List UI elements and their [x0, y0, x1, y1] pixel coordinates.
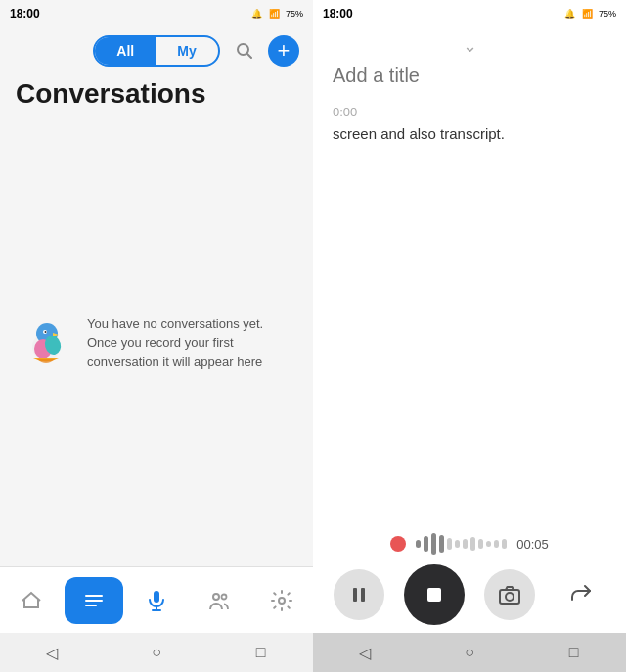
recents-button-right[interactable]: □: [555, 644, 594, 661]
svg-line-1: [247, 54, 252, 59]
status-icons-left: 🔔 📶 75%: [250, 9, 303, 19]
notification-icon: 🔔: [250, 9, 264, 19]
status-time-right: 18:00: [323, 7, 353, 21]
bird-icon: [20, 316, 73, 370]
svg-rect-20: [427, 588, 441, 602]
transcript-time: 0:00: [333, 105, 606, 119]
top-bar: All My +: [0, 27, 313, 74]
waveform-row: 00:05: [333, 533, 606, 555]
home-button-right[interactable]: ○: [450, 644, 489, 661]
nav-mic[interactable]: [127, 577, 186, 624]
bird-illustration: [20, 316, 73, 370]
people-icon: [207, 589, 231, 612]
stop-button[interactable]: [404, 564, 465, 625]
record-dot: [390, 536, 406, 552]
right-panel: 18:00 🔔 📶 75% ⌄ 0:00 screen and also tra…: [313, 0, 626, 672]
add-button[interactable]: +: [268, 35, 299, 67]
back-button-right[interactable]: ◁: [345, 644, 384, 662]
bottom-nav: [0, 566, 313, 633]
control-buttons: [334, 564, 605, 625]
empty-state-text: You have no conversations yet. Once you …: [87, 314, 293, 372]
home-icon: [20, 589, 43, 612]
home-button-left[interactable]: ○: [137, 644, 176, 661]
status-bar-right: 18:00 🔔 📶 75%: [313, 0, 626, 27]
camera-icon: [499, 585, 520, 605]
svg-point-17: [279, 598, 285, 604]
stop-icon: [423, 583, 446, 606]
svg-point-15: [213, 594, 219, 600]
empty-state: You have no conversations yet. Once you …: [0, 119, 313, 566]
battery-left: 75%: [286, 9, 303, 19]
tab-my[interactable]: My: [156, 37, 217, 65]
pause-icon: [348, 584, 370, 605]
share-button[interactable]: [555, 569, 605, 620]
tab-group: All My: [93, 35, 219, 67]
timer-display: 00:05: [516, 537, 549, 552]
recents-button-left[interactable]: □: [242, 644, 281, 661]
title-input[interactable]: [313, 61, 626, 97]
status-bar-left: 18:00 🔔 📶 75%: [0, 0, 313, 27]
chevron-down-icon[interactable]: ⌄: [463, 35, 477, 57]
pause-button[interactable]: [334, 569, 384, 620]
page-title: Conversations: [0, 74, 313, 119]
svg-rect-19: [361, 588, 365, 602]
android-nav-left: ◁ ○ □: [0, 633, 313, 672]
svg-rect-12: [154, 591, 159, 603]
transcript-area: 0:00 screen and also transcript.: [313, 97, 626, 523]
left-panel: 18:00 🔔 📶 75% All My + Conversations: [0, 0, 313, 672]
nav-list[interactable]: [65, 577, 123, 624]
notification-icon-right: 🔔: [563, 9, 577, 19]
settings-icon: [270, 589, 293, 612]
nav-settings[interactable]: [252, 577, 311, 624]
svg-rect-18: [353, 588, 357, 602]
camera-button[interactable]: [484, 569, 535, 620]
list-icon: [82, 589, 106, 612]
mic-icon: [145, 589, 168, 612]
share-icon: [569, 584, 591, 605]
nav-people[interactable]: [190, 577, 248, 624]
svg-point-16: [222, 594, 227, 599]
waveform-bars: [416, 533, 507, 555]
empty-content: You have no conversations yet. Once you …: [20, 314, 293, 372]
wifi-icon-right: 📶: [581, 9, 595, 19]
status-icons-right: 🔔 📶 75%: [563, 9, 616, 19]
back-button-left[interactable]: ◁: [32, 644, 71, 662]
android-nav-right: ◁ ○ □: [313, 633, 626, 672]
wifi-icon: 📶: [268, 9, 282, 19]
transcript-text: screen and also transcript.: [333, 123, 606, 146]
search-button[interactable]: [229, 35, 260, 67]
svg-point-8: [45, 331, 47, 333]
status-time-left: 18:00: [10, 7, 40, 21]
svg-point-22: [506, 593, 514, 601]
tab-all[interactable]: All: [95, 37, 156, 65]
battery-right: 75%: [599, 9, 616, 19]
top-actions: +: [229, 35, 299, 67]
nav-home[interactable]: [2, 577, 61, 624]
search-icon: [236, 42, 253, 60]
chevron-bar: ⌄: [313, 27, 626, 61]
recording-section: 00:05: [313, 523, 626, 633]
